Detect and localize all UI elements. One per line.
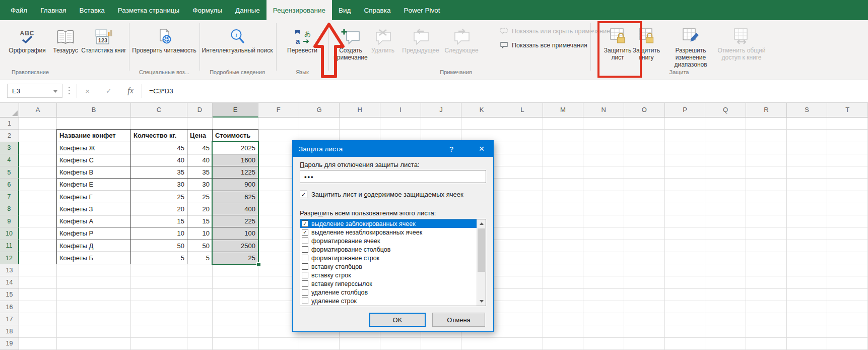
table-cell[interactable]: 10: [131, 227, 187, 240]
table-cell[interactable]: 1225: [213, 166, 258, 179]
menu-tab-7[interactable]: Вид: [332, 0, 357, 20]
permission-item-5[interactable]: вставку столбцов: [300, 262, 486, 271]
permission-item-9[interactable]: удаление строк: [300, 297, 486, 305]
table-cell[interactable]: 100: [213, 227, 258, 240]
table-cell[interactable]: 20: [131, 203, 187, 215]
permission-checkbox[interactable]: [302, 246, 308, 253]
row-header-5[interactable]: 5: [0, 166, 19, 179]
row-header-7[interactable]: 7: [0, 191, 19, 203]
permission-item-0[interactable]: ✓выделение заблокированных ячеек: [300, 219, 486, 228]
table-cell[interactable]: Конфеты Б: [57, 252, 131, 264]
table-cell[interactable]: 15: [187, 215, 213, 227]
permission-item-8[interactable]: удаление столбцов: [300, 288, 486, 297]
table-cell[interactable]: 15: [131, 215, 187, 227]
row-header-6[interactable]: 6: [0, 179, 19, 191]
table-header-cell[interactable]: Стоимость: [213, 130, 258, 142]
row-header-13[interactable]: 13: [0, 264, 19, 276]
table-cell[interactable]: Конфеты А: [57, 215, 131, 227]
column-header-S[interactable]: S: [787, 102, 828, 118]
dialog-close-button[interactable]: ×: [471, 141, 492, 157]
table-cell[interactable]: 50: [131, 240, 187, 252]
table-cell[interactable]: Конфеты З: [57, 203, 131, 215]
permission-item-1[interactable]: ✓выделение незаблокированных ячеек: [300, 228, 486, 237]
select-all-corner[interactable]: [0, 102, 19, 118]
column-header-H[interactable]: H: [340, 102, 380, 118]
permission-item-6[interactable]: вставку строк: [300, 271, 486, 279]
column-header-K[interactable]: K: [461, 102, 502, 118]
table-cell[interactable]: 40: [187, 154, 213, 166]
row-header-14[interactable]: 14: [0, 276, 19, 288]
table-cell[interactable]: 225: [213, 215, 258, 227]
table-cell[interactable]: 2500: [213, 240, 258, 252]
menu-tab-1[interactable]: Главная: [34, 0, 73, 20]
permission-checkbox[interactable]: ✓: [302, 229, 308, 236]
scrollbar-thumb[interactable]: [478, 228, 485, 272]
menu-tab-5[interactable]: Данные: [229, 0, 266, 20]
menu-tab-3[interactable]: Разметка страницы: [111, 0, 186, 20]
dialog-title-bar[interactable]: Защита листа ? ×: [293, 141, 493, 157]
permission-checkbox[interactable]: ✓: [302, 220, 308, 227]
row-header-9[interactable]: 9: [0, 215, 19, 227]
column-header-C[interactable]: C: [131, 102, 187, 118]
table-cell[interactable]: Конфеты Е: [57, 179, 131, 191]
menu-tab-8[interactable]: Справка: [357, 0, 397, 20]
row-header-3[interactable]: 3: [0, 142, 19, 154]
table-cell[interactable]: 10: [187, 227, 213, 240]
table-cell[interactable]: 25: [131, 191, 187, 203]
thesaurus-button[interactable]: Тезаурус: [49, 22, 82, 69]
table-cell[interactable]: 900: [213, 179, 258, 191]
fill-handle[interactable]: [256, 262, 261, 267]
table-header-cell[interactable]: Цена: [187, 130, 213, 142]
cancel-formula-icon[interactable]: ×: [85, 87, 90, 95]
protect-contents-checkbox[interactable]: ✓: [300, 191, 307, 198]
row-header-18[interactable]: 18: [0, 325, 19, 337]
column-header-L[interactable]: L: [502, 102, 543, 118]
column-header-A[interactable]: A: [19, 102, 57, 118]
column-header-F[interactable]: F: [258, 102, 299, 118]
permission-item-2[interactable]: форматирование ячеек: [300, 237, 486, 245]
column-header-D[interactable]: D: [187, 102, 213, 118]
table-cell[interactable]: 40: [131, 154, 187, 166]
permission-checkbox[interactable]: [302, 238, 308, 244]
permission-checkbox[interactable]: [302, 298, 308, 304]
permission-item-3[interactable]: форматирование столбцов: [300, 245, 486, 254]
table-cell[interactable]: Конфеты Р: [57, 227, 131, 240]
row-header-12[interactable]: 12: [0, 252, 19, 264]
row-header-16[interactable]: 16: [0, 301, 19, 313]
table-cell[interactable]: 25: [213, 252, 258, 264]
column-header-N[interactable]: N: [583, 102, 624, 118]
permission-item-4[interactable]: форматирование строк: [300, 254, 486, 262]
column-header-P[interactable]: P: [665, 102, 706, 118]
table-cell[interactable]: 5: [187, 252, 213, 264]
table-cell[interactable]: 625: [213, 191, 258, 203]
row-header-19[interactable]: 19: [0, 338, 19, 350]
table-cell[interactable]: 45: [187, 142, 213, 154]
menu-tab-9[interactable]: Power Pivot: [397, 0, 446, 20]
scroll-up-button[interactable]: [477, 219, 486, 228]
table-cell[interactable]: Конфеты С: [57, 154, 131, 166]
row-header-15[interactable]: 15: [0, 289, 19, 301]
table-cell[interactable]: 2025: [213, 142, 258, 154]
show-all-comments-button[interactable]: Показать все примечания: [500, 41, 587, 49]
table-header-cell[interactable]: Название конфет: [57, 130, 131, 142]
table-cell[interactable]: Конфеты Г: [57, 191, 131, 203]
table-cell[interactable]: 30: [187, 179, 213, 191]
formula-bar-handle[interactable]: [69, 87, 70, 94]
table-header-cell[interactable]: Колчество кг.: [131, 130, 187, 142]
table-cell[interactable]: Конфеты Д: [57, 240, 131, 252]
workbook-statistics-button[interactable]: 123 Статистика книг: [81, 22, 127, 69]
table-cell[interactable]: 20: [187, 203, 213, 215]
scroll-down-button[interactable]: [477, 297, 486, 306]
table-cell[interactable]: 30: [131, 179, 187, 191]
allow-edit-ranges-button[interactable]: Разрешить изменение диапазонов: [661, 22, 720, 69]
column-header-B[interactable]: B: [57, 102, 131, 118]
menu-tab-6[interactable]: Рецензирование: [266, 0, 332, 20]
table-cell[interactable]: 25: [187, 191, 213, 203]
column-header-R[interactable]: R: [746, 102, 787, 118]
spelling-button[interactable]: ABC Орфография: [5, 22, 49, 69]
column-header-G[interactable]: G: [299, 102, 340, 118]
check-accessibility-button[interactable]: Проверить читаемость: [132, 22, 196, 69]
table-cell[interactable]: 35: [187, 166, 213, 179]
table-cell[interactable]: Конфеты Ж: [57, 142, 131, 154]
column-header-O[interactable]: O: [624, 102, 665, 118]
